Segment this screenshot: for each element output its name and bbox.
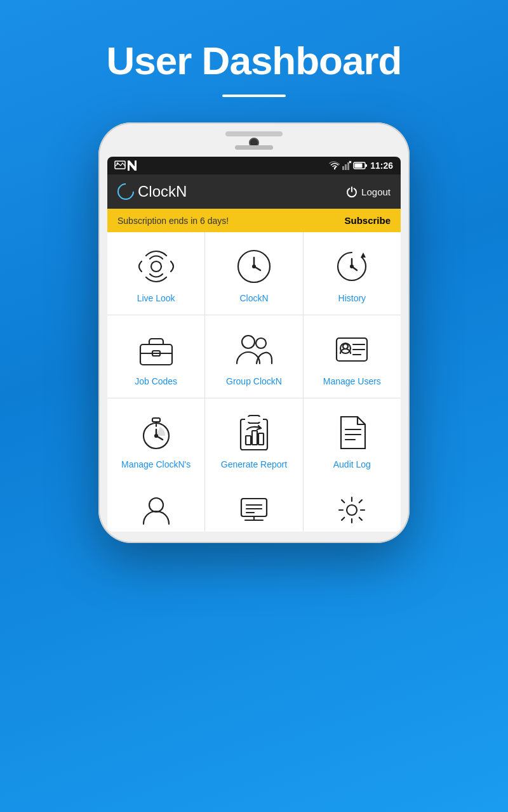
phone-speaker xyxy=(235,145,273,150)
audit-log-icon xyxy=(332,413,371,452)
settings-icon xyxy=(337,495,367,525)
job-codes-icon xyxy=(137,330,176,369)
dashboard-grid: Live Look ClockN xyxy=(107,232,401,481)
generate-report-label: Generate Report xyxy=(221,459,287,470)
svg-point-49 xyxy=(149,498,163,512)
status-bar: 11:26 xyxy=(107,157,401,174)
svg-point-26 xyxy=(256,338,266,348)
live-look-item[interactable]: Live Look xyxy=(107,232,204,315)
bottom-partial-grid xyxy=(107,481,401,532)
history-label: History xyxy=(338,292,366,304)
history-icon xyxy=(332,247,371,286)
svg-point-18 xyxy=(253,265,255,268)
group-clockn-item[interactable]: Group ClockN xyxy=(205,315,302,398)
svg-point-56 xyxy=(347,505,357,515)
svg-rect-45 xyxy=(258,433,264,445)
app-bar: ClockN Logout xyxy=(107,174,401,209)
group-clockn-label: Group ClockN xyxy=(226,376,282,387)
svg-rect-6 xyxy=(342,166,344,170)
manage-users-icon xyxy=(332,330,371,369)
status-left-icons xyxy=(115,160,137,171)
logo-c-icon xyxy=(114,180,138,204)
wifi-icon xyxy=(330,162,340,169)
app-name: ClockN xyxy=(138,183,187,200)
svg-point-5 xyxy=(334,168,335,169)
n-icon xyxy=(128,160,137,171)
svg-point-32 xyxy=(343,344,348,349)
job-codes-label: Job Codes xyxy=(135,376,177,387)
user-profile-item[interactable] xyxy=(107,481,204,532)
svg-rect-12 xyxy=(365,164,367,167)
signal-icon xyxy=(342,161,351,170)
svg-rect-34 xyxy=(152,418,160,422)
generate-report-icon xyxy=(234,413,274,452)
svg-rect-8 xyxy=(347,162,349,170)
history-item[interactable]: History xyxy=(304,232,401,315)
settings-item[interactable] xyxy=(304,481,401,532)
svg-rect-44 xyxy=(252,431,257,445)
audit-log-label: Audit Log xyxy=(333,459,371,470)
svg-point-21 xyxy=(351,265,353,268)
svg-rect-43 xyxy=(246,436,251,445)
subscription-text: Subscription ends in 6 days! xyxy=(117,216,229,226)
page-title: User Dashboard xyxy=(107,38,402,83)
phone-screen: 11:26 ClockN Logout Subscription ends in… xyxy=(107,157,401,532)
clockn-icon xyxy=(234,247,274,286)
svg-point-25 xyxy=(242,336,255,348)
kiosk-icon xyxy=(239,495,269,525)
svg-rect-50 xyxy=(241,499,267,516)
phone-shell: 11:26 ClockN Logout Subscription ends in… xyxy=(98,122,410,543)
manage-users-label: Manage Users xyxy=(323,376,381,387)
svg-point-1 xyxy=(117,162,119,164)
clockn-item[interactable]: ClockN xyxy=(205,232,302,315)
manage-users-item[interactable]: Manage Users xyxy=(304,315,401,398)
status-time: 11:26 xyxy=(370,160,393,171)
svg-rect-4 xyxy=(135,160,137,171)
generate-report-item[interactable]: Generate Report xyxy=(205,398,302,481)
manage-clockns-label: Manage ClockN's xyxy=(121,459,190,470)
logout-label: Logout xyxy=(361,187,391,197)
manage-clockns-icon xyxy=(137,413,176,452)
clockn-label: ClockN xyxy=(239,292,268,304)
live-look-label: Live Look xyxy=(137,292,175,304)
kiosk-item[interactable] xyxy=(205,481,302,532)
title-divider xyxy=(222,95,286,97)
user-profile-icon xyxy=(141,495,171,525)
status-right-icons: 11:26 xyxy=(330,160,393,171)
subscription-banner: Subscription ends in 6 days! Subscribe xyxy=(107,209,401,232)
app-logo: ClockN xyxy=(117,183,187,200)
svg-point-14 xyxy=(151,261,161,272)
battery-icon xyxy=(354,162,368,169)
subscribe-button[interactable]: Subscribe xyxy=(344,215,391,226)
svg-rect-13 xyxy=(355,164,363,168)
live-look-icon xyxy=(137,247,176,286)
svg-rect-3 xyxy=(128,160,130,171)
audit-log-item[interactable]: Audit Log xyxy=(304,398,401,481)
job-codes-item[interactable]: Job Codes xyxy=(107,315,204,398)
svg-rect-42 xyxy=(245,417,263,422)
notification-icon xyxy=(115,161,125,170)
logout-button[interactable]: Logout xyxy=(346,186,391,197)
svg-rect-7 xyxy=(345,164,347,170)
group-clockn-icon xyxy=(234,330,274,369)
manage-clockns-item[interactable]: Manage ClockN's xyxy=(107,398,204,481)
logout-icon xyxy=(346,186,358,197)
svg-rect-22 xyxy=(140,344,172,365)
